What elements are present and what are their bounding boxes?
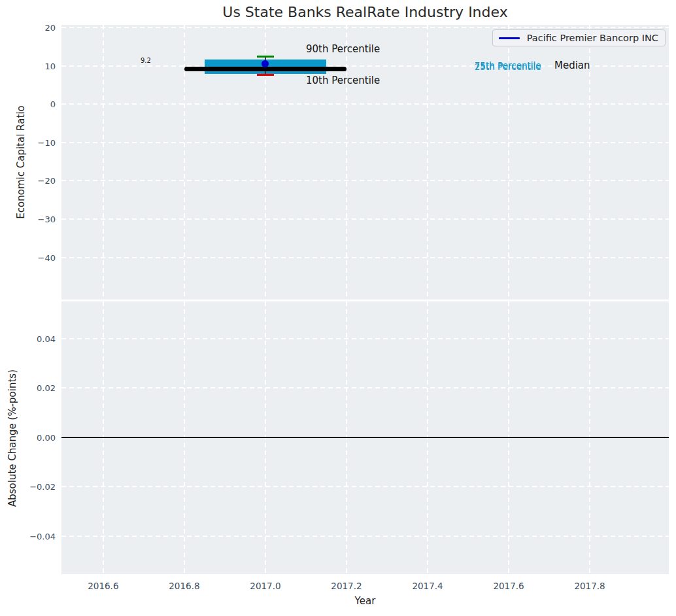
p90-cap <box>257 56 274 58</box>
legend-line-sample <box>499 37 520 39</box>
x-tick-label: 2016.8 <box>169 581 199 591</box>
y-axis-label-bottom: Absolute Change (%-points) <box>7 369 18 507</box>
y-tick-label: −0.02 <box>29 482 56 492</box>
x-axis-label: Year <box>61 595 669 607</box>
y-gridline <box>61 142 669 143</box>
y-tick-label: −20 <box>38 176 56 186</box>
chart-title: Us State Banks RealRate Industry Index <box>61 4 669 20</box>
y-tick-label: −10 <box>38 137 56 147</box>
legend-label: Pacific Premier Bancorp INC <box>527 33 658 43</box>
y-gridline <box>61 536 669 537</box>
y-tick-label: 10 <box>44 61 56 71</box>
zero-line <box>61 437 669 438</box>
y-gridline <box>61 387 669 388</box>
legend: Pacific Premier Bancorp INC <box>492 29 666 46</box>
x-tick-label: 2017.6 <box>493 581 524 591</box>
annotation-25th-percentile: 25th Percentile <box>475 61 541 72</box>
y-tick-label: 0.02 <box>37 383 56 393</box>
figure: Us State Banks RealRate Industry Index P… <box>0 0 676 616</box>
annotation-median: Median <box>554 60 590 71</box>
y-tick-label: −0.04 <box>29 531 56 541</box>
y-tick-label: 20 <box>44 23 56 33</box>
y-gridline <box>61 27 669 28</box>
bottom-plot: 2016.62016.82017.02017.22017.42017.62017… <box>61 301 669 574</box>
y-gridline <box>61 257 669 258</box>
y-gridline <box>61 180 669 181</box>
y-gridline <box>61 338 669 339</box>
y-tick-label: 0.04 <box>37 334 56 343</box>
p10-cap <box>257 74 274 76</box>
x-tick-label: 2016.6 <box>88 581 118 591</box>
y-tick-label: 0 <box>50 99 56 109</box>
top-plot: Pacific Premier Bancorp INC 20100−10−20−… <box>61 25 669 299</box>
y-axis-label-top: Economic Capital Ratio <box>15 105 27 218</box>
y-gridline <box>61 103 669 105</box>
x-tick-label: 2017.4 <box>412 581 443 591</box>
y-gridline <box>61 486 669 487</box>
x-tick-label: 2017.8 <box>574 581 605 591</box>
y-tick-label: 0.00 <box>37 432 56 442</box>
annotation-median-value: 9.2 <box>141 57 151 64</box>
y-gridline <box>61 218 669 220</box>
y-tick-label: −40 <box>38 252 56 262</box>
x-tick-label: 2017.2 <box>331 581 362 591</box>
annotation-10th-percentile: 10th Percentile <box>306 75 380 86</box>
y-tick-label: −30 <box>38 214 56 224</box>
x-tick-label: 2017.0 <box>250 581 280 591</box>
annotation-90th-percentile: 90th Percentile <box>306 43 380 55</box>
